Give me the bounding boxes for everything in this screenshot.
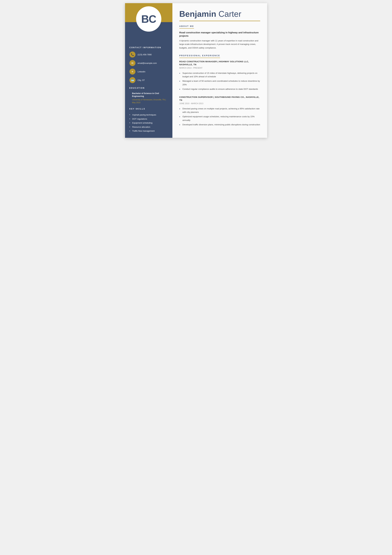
avatar: BC (136, 6, 161, 32)
job-1-bullet-3: Conduct regular compliance audits to ens… (179, 87, 260, 91)
contact-location-text: City, ST (138, 79, 145, 81)
resume-document: BC CONTACT INFORMATION 📞 (123) 456-7890 … (125, 3, 267, 138)
experience-section-title: PROFESSIONAL EXPERIENCE (179, 54, 220, 58)
main-header: Benjamin Carter (179, 9, 260, 21)
linkedin-icon: ✳ (129, 69, 135, 75)
last-name: Carter (219, 9, 241, 18)
job-2-bullet-1: Directed paving crews on multiple road p… (179, 107, 260, 115)
contact-phone-text: (123) 456-7890 (138, 53, 152, 56)
job-2-date: JUNE 2010 - MARCH 2013 (179, 102, 260, 105)
skill-item: Asphalt paving techniques (129, 113, 168, 117)
education-item: Bachelor of Science in Civil Engineering… (129, 92, 168, 104)
education-degree: Bachelor of Science in Civil Engineering (132, 92, 168, 98)
phone-icon: 📞 (129, 51, 135, 58)
about-subtitle: Road construction manager specializing i… (179, 31, 260, 37)
skill-item: Traffic flow management (129, 129, 168, 133)
job-1-title: ROAD CONSTRUCTION MANAGER | HIGHWAY SOLU… (179, 60, 260, 66)
education-school: University of Tennessee | Knoxville, TN … (132, 98, 168, 104)
contact-section-title: CONTACT INFORMATION (129, 46, 168, 49)
contact-phone: 📞 (123) 456-7890 (129, 51, 168, 58)
job-2-bullet-3: Developed traffic diversion plans, minim… (179, 123, 260, 127)
about-section-title: ABOUT ME (179, 25, 194, 29)
job-1-bullets: Supervise construction of 15 miles of in… (179, 71, 260, 91)
contact-email: ✉ email@example.com (129, 60, 168, 66)
job-2-bullet-2: Optimized equipment usage schedules, red… (179, 114, 260, 123)
job-1-bullet-2: Managed a team of 50 workers and coordin… (179, 79, 260, 87)
contact-linkedin-text: LinkedIn (138, 71, 145, 73)
skill-item: DOT regulations (129, 117, 168, 121)
skills-section-title: KEY SKILLS (129, 108, 168, 110)
job-1: ROAD CONSTRUCTION MANAGER | HIGHWAY SOLU… (179, 60, 260, 91)
contact-email-text: email@example.com (138, 62, 157, 64)
education-section-title: EDUCATION (129, 87, 168, 89)
job-2-title: CONSTRUCTION SUPERVISOR | SOUTHBOUND PAV… (179, 96, 260, 102)
skills-list: Asphalt paving techniques DOT regulation… (129, 113, 168, 133)
job-2: CONSTRUCTION SUPERVISOR | SOUTHBOUND PAV… (179, 96, 260, 127)
email-icon: ✉ (129, 60, 135, 66)
full-name: Benjamin Carter (179, 9, 260, 18)
first-name: Benjamin (179, 9, 216, 18)
skill-item: Equipment scheduling (129, 121, 168, 125)
location-icon: 🪪 (129, 77, 135, 83)
job-1-date: MARCH 2013 - PRESENT (179, 67, 260, 69)
sidebar-header: BC (125, 3, 172, 38)
sidebar: BC CONTACT INFORMATION 📞 (123) 456-7890 … (125, 3, 172, 138)
job-2-bullets: Directed paving crews on multiple road p… (179, 107, 260, 127)
contact-location: 🪪 City, ST (129, 77, 168, 83)
about-body: A dynamic construction manager with 11 y… (179, 39, 260, 50)
main-content: Benjamin Carter ABOUT ME Road constructi… (172, 3, 267, 138)
sidebar-content: CONTACT INFORMATION 📞 (123) 456-7890 ✉ e… (125, 38, 172, 138)
avatar-initials: BC (141, 13, 156, 25)
contact-linkedin: ✳ LinkedIn (129, 69, 168, 75)
job-1-bullet-1: Supervise construction of 15 miles of in… (179, 71, 260, 79)
skill-item: Resource allocation (129, 125, 168, 129)
header-divider (179, 21, 260, 21)
